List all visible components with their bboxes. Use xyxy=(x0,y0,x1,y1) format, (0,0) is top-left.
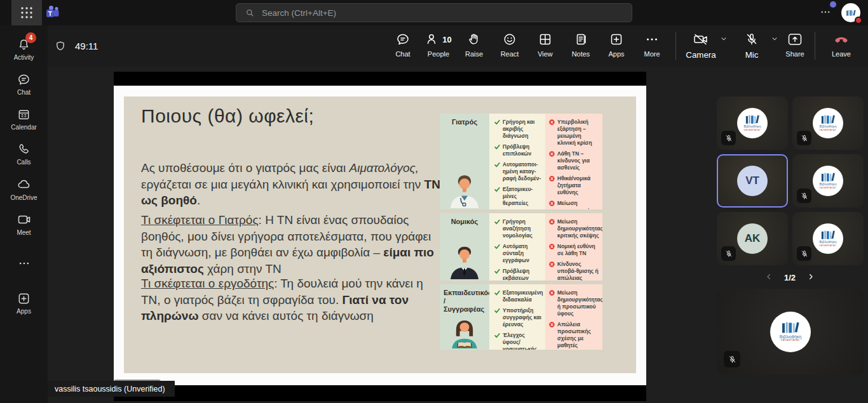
sidebar-item-meet[interactable]: Meet xyxy=(0,206,48,241)
sidebar-item-calls[interactable]: Calls xyxy=(0,136,48,171)
role-cell: Νομικός xyxy=(440,213,489,281)
presentation-background: Ποιους (θα) ωφελεί; Ας υποθέσουμε ότι ο … xyxy=(114,86,646,385)
notes-button[interactable]: Notes xyxy=(563,29,599,58)
mic-off-icon xyxy=(728,355,737,364)
check-icon xyxy=(494,290,500,296)
more-button[interactable]: More xyxy=(634,29,670,58)
participant-tile-library-1[interactable]: Βιβλιοθήκη ΚΑΛΑΜΠΑΚΑΣ xyxy=(717,96,788,150)
presentation-slide: Ποιους (θα) ωφελεί; Ας υποθέσουμε ότι ο … xyxy=(124,96,636,373)
check-icon xyxy=(494,219,500,225)
mic-off-icon xyxy=(724,249,733,258)
pro-item: Αυτοματοποι-ημένη καταγ-ραφή δεδομέν- xyxy=(494,161,542,182)
sidebar-item-more[interactable] xyxy=(0,251,48,275)
pros-cell: Γρήγορη και ακριβής διάγνωση Πρόβλεψη επ… xyxy=(489,114,545,209)
cloud-icon xyxy=(17,177,32,192)
camera-options-chevron[interactable] xyxy=(719,34,728,45)
presence-busy-indicator xyxy=(855,17,862,24)
con-item: Μείωση δημιουργικότητας/ κριτικής σκέψης xyxy=(549,218,599,239)
profile-avatar[interactable] xyxy=(841,3,860,22)
raise-hand-button[interactable]: Raise xyxy=(456,29,492,58)
library-logo-icon xyxy=(820,230,836,240)
mic-toggle-button[interactable]: Mic xyxy=(733,29,770,60)
timer-value: 49:11 xyxy=(75,41,98,51)
react-button[interactable]: React xyxy=(492,29,527,58)
camera-toggle-button[interactable]: Camera xyxy=(682,29,719,60)
muted-indicator xyxy=(721,246,736,261)
x-circle-icon xyxy=(549,322,555,327)
app-launcher-button[interactable] xyxy=(11,0,42,25)
people-count: 10 xyxy=(442,35,451,44)
pager-previous-button[interactable] xyxy=(764,272,773,282)
x-circle-icon xyxy=(549,261,555,267)
muted-indicator xyxy=(797,188,811,203)
x-circle-icon xyxy=(549,219,555,225)
apps-button[interactable]: Apps xyxy=(599,29,634,58)
participant-tile-library-large[interactable]: Βιβλιοθήκη ΚΑΛΑΜΠΑΚΑΣ xyxy=(717,289,864,374)
cons-cell: Μείωση δημιουργικότητας ή προσωπικού ύφο… xyxy=(545,284,602,350)
check-icon xyxy=(494,119,500,125)
role-cell: Εκπαιδευτικός / Συγγραφέας xyxy=(440,284,489,350)
ellipsis-icon xyxy=(18,257,31,270)
participant-tile-grid: Βιβλιοθήκη ΚΑΛΑΜΠΑΚΑΣ Βιβλιοθήκη ΚΑΛΑΜΠΑ… xyxy=(717,96,864,265)
pros-cell: Γρήγορη αναζήτηση νομολογίας Αυτόματη σύ… xyxy=(489,213,545,281)
chat-button[interactable]: Chat xyxy=(385,29,421,58)
con-item: Μείωση προσωπικ-ής επαφής με ασ- xyxy=(549,200,599,209)
presenter-name-label: vassilis tsaoussidis (Unverified) xyxy=(48,381,175,397)
con-item: Απώλεια προσωπικής σχέσης με μαθητές xyxy=(549,321,599,349)
toolbar-divider xyxy=(815,32,815,60)
con-item: Νομική ευθύνη σε λάθη ΤΝ xyxy=(549,243,599,257)
library-logo-icon xyxy=(780,322,801,334)
initials-avatar: AK xyxy=(737,223,768,254)
sidebar-item-apps[interactable]: Apps xyxy=(0,286,48,320)
pro-item: Εξατομικευμένη διδασκαλία xyxy=(494,289,542,303)
library-logo-icon xyxy=(846,10,857,17)
x-circle-icon xyxy=(549,151,555,157)
view-grid-icon xyxy=(538,32,553,47)
waffle-icon xyxy=(20,6,33,19)
con-item: Υπερβολική εξάρτηση – μειωμένη κλινική κ… xyxy=(549,119,599,147)
share-button[interactable]: Share xyxy=(777,29,813,58)
participant-tile-vt-active-speaker[interactable]: VT xyxy=(717,154,788,208)
notes-icon xyxy=(573,32,588,47)
chat-icon xyxy=(395,32,410,47)
calendar-icon xyxy=(17,107,31,122)
pro-item: Πρόβλεψη εκβάσεων υποθέσεων xyxy=(494,268,542,281)
search-placeholder: Search (Ctrl+Alt+E) xyxy=(262,8,336,18)
chat-bubble-icon xyxy=(17,72,31,87)
con-item: Κίνδυνος υποβά-θμισης ή απώλειας θέσεων … xyxy=(549,261,599,281)
more-options-icon xyxy=(820,6,831,18)
more-dots-icon xyxy=(644,32,660,47)
library-logo-icon xyxy=(820,173,836,182)
sidebar-item-onedrive[interactable]: OneDrive xyxy=(0,171,48,206)
toolbar-divider xyxy=(675,32,676,60)
x-circle-icon xyxy=(549,176,555,182)
participant-tile-library-4[interactable]: Βιβλιοθήκη ΚΑΛΑΜΠΑΚΑΣ xyxy=(792,212,864,265)
search-input[interactable]: Search (Ctrl+Alt+E) xyxy=(236,3,632,22)
participant-tile-library-2[interactable]: Βιβλιοθήκη ΚΑΛΑΜΠΑΚΑΣ xyxy=(792,96,864,150)
people-button[interactable]: 10 People xyxy=(421,29,456,58)
participant-tile-library-3[interactable]: Βιβλιοθήκη ΚΑΛΑΜΠΑΚΑΣ xyxy=(792,154,864,208)
con-item: Λάθη ΤΝ – κίνδυνος για ασθενείς xyxy=(549,150,599,171)
app-rail: 4 Activity Chat Calendar xyxy=(0,25,48,403)
sidebar-item-calendar[interactable]: Calendar xyxy=(0,102,48,136)
table-row-lawyer: Νομικός Γρήγορη αναζήτηση νομολογίας Αυτ… xyxy=(440,213,602,281)
notification-dot xyxy=(830,1,836,8)
mic-off-icon xyxy=(744,32,759,47)
participant-tile-ak[interactable]: AK xyxy=(717,212,788,265)
title-bar: Search (Ctrl+Alt+E) xyxy=(0,0,868,25)
sidebar-item-chat[interactable]: Chat xyxy=(0,67,48,102)
check-icon xyxy=(494,187,500,192)
apps-plus-icon xyxy=(17,291,31,306)
shared-screen-letterbox-top xyxy=(114,72,646,86)
raise-hand-icon xyxy=(466,32,482,47)
sidebar-item-activity[interactable]: 4 Activity xyxy=(0,32,48,67)
con-item: Μείωση δημιουργικότητας ή προσωπικού ύφο… xyxy=(549,289,599,317)
settings-and-more-button[interactable] xyxy=(820,5,831,20)
library-avatar: Βιβλιοθήκη ΚΑΛΑΜΠΑΚΑΣ xyxy=(813,223,843,254)
view-button[interactable]: View xyxy=(527,29,563,58)
leave-button[interactable]: Leave xyxy=(824,29,859,58)
phone-icon xyxy=(17,142,31,157)
con-item: Ηθικά/νομικά ζητήματα ευθύνης xyxy=(549,175,599,196)
pager-next-button[interactable] xyxy=(806,272,815,282)
table-row-teacher: Εκπαιδευτικός / Συγγραφέας Εξατομικευμέν… xyxy=(440,284,602,350)
